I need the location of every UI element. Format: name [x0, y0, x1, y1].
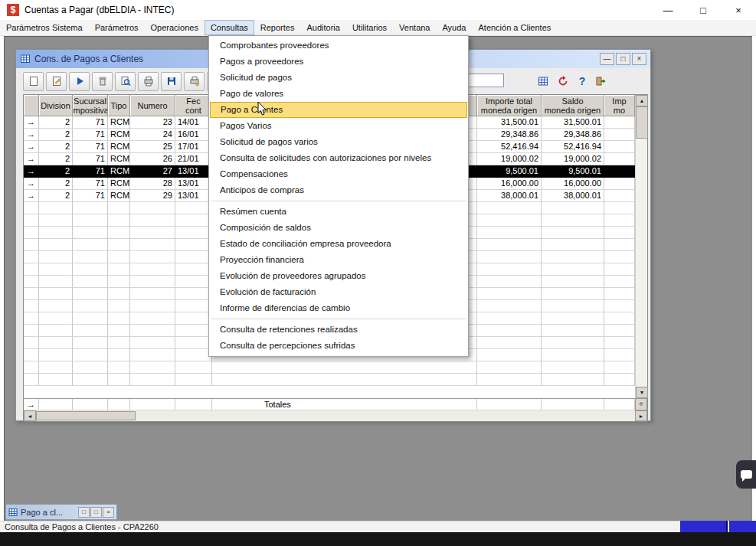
- menu-reportes[interactable]: Reportes: [254, 20, 301, 35]
- menu-auditoria[interactable]: Auditoria: [300, 20, 345, 35]
- minimized-window-pago-a-clientes[interactable]: Pago a cl... □ □ ×: [5, 504, 117, 520]
- header-fecha[interactable]: Feccont: [175, 95, 212, 116]
- menu-item-solicitud-de-pagos[interactable]: Solicitud de pagos: [209, 70, 468, 86]
- cell-sucursal: 71: [73, 153, 108, 165]
- cell-imp: [604, 116, 635, 129]
- menubar: Parámetros Sistema Parámetros Operacione…: [0, 20, 756, 36]
- table-row-empty[interactable]: [24, 374, 635, 386]
- cell-numero: 28: [130, 178, 175, 190]
- min-maximize-button[interactable]: □: [90, 507, 102, 518]
- menu-item-pagos-a-proveedores[interactable]: Pagos a proveedores: [209, 54, 468, 70]
- child-minimize-button[interactable]: —: [600, 53, 614, 65]
- menu-atencion-clientes[interactable]: Atención a Clientes: [472, 20, 557, 35]
- menu-item-consulta-percepciones-sufridas[interactable]: Consulta de percepciones sufridas: [209, 338, 468, 354]
- menu-item-pago-de-valores[interactable]: Pago de valores: [209, 86, 468, 102]
- header-sucursal[interactable]: Sucursalimpositiva: [73, 95, 108, 116]
- print-setup-button[interactable]: [184, 72, 205, 91]
- new-record-button[interactable]: [23, 72, 44, 91]
- magnifier-icon: [119, 75, 132, 87]
- menu-item-resumen-cuenta[interactable]: Resúmen cuenta: [209, 204, 468, 220]
- cell-saldo: 29,348.86: [542, 129, 604, 141]
- child-window-controls: — □ ×: [598, 53, 646, 65]
- cell-sucursal: 71: [73, 141, 108, 153]
- refresh-button[interactable]: [554, 72, 572, 90]
- menu-parametros-sistema[interactable]: Parámetros Sistema: [0, 20, 89, 35]
- menu-parametros[interactable]: Parámetros: [89, 20, 145, 35]
- restore-button[interactable]: □: [686, 0, 721, 20]
- scroll-down-button[interactable]: ▼: [636, 387, 648, 398]
- menu-item-pago-a-clientes[interactable]: Pago a Clientes: [210, 102, 467, 118]
- menu-ayuda[interactable]: Ayuda: [436, 20, 472, 35]
- cell-importe: 16,000.00: [477, 178, 542, 190]
- table-window-icon: [20, 54, 31, 64]
- menu-item-consulta-solicitudes-autorizaciones[interactable]: Consulta de solicitudes con autorizacion…: [209, 150, 468, 166]
- menu-item-estado-conciliacion-empresa-proveedora[interactable]: Estado de conciliación empresa proveedor…: [209, 236, 468, 252]
- cell-numero: 26: [130, 153, 175, 165]
- cell-importe: 38,000.01: [477, 190, 542, 202]
- menu-item-consulta-retenciones-realizadas[interactable]: Consulta de retenciones realizadas: [209, 322, 468, 338]
- menu-utilitarios[interactable]: Utilitarios: [346, 20, 393, 35]
- header-division[interactable]: Division: [39, 95, 73, 116]
- menu-operaciones[interactable]: Operaciones: [145, 20, 205, 35]
- scroll-left-button[interactable]: ◄: [24, 410, 36, 421]
- cell-sucursal: 71: [73, 165, 108, 178]
- horizontal-scroll-thumb[interactable]: [36, 411, 136, 420]
- edit-record-button[interactable]: [46, 72, 67, 91]
- minimize-button[interactable]: —: [650, 0, 686, 20]
- cell-division: 2: [39, 153, 73, 165]
- child-restore-button[interactable]: □: [616, 53, 630, 65]
- cell-saldo: 16,000.00: [542, 178, 604, 190]
- cell-sucursal: 71: [73, 190, 108, 202]
- scroll-right-button[interactable]: ►: [635, 410, 647, 421]
- close-button[interactable]: ×: [721, 0, 756, 20]
- totals-indicator: →: [24, 399, 39, 410]
- consultas-menu: Comprobantes proveedores Pagos a proveed…: [208, 35, 469, 357]
- menu-item-composicion-de-saldos[interactable]: Composición de saldos: [209, 220, 468, 236]
- menu-item-informe-diferencias-cambio[interactable]: Informe de diferencias de cambio: [209, 300, 468, 316]
- save-button[interactable]: [161, 72, 182, 91]
- menu-ventana[interactable]: Ventana: [393, 20, 436, 35]
- table-row-empty[interactable]: [24, 361, 635, 374]
- menu-item-solicitud-de-pagos-varios[interactable]: Solicitud de pagos varios: [209, 134, 468, 150]
- cell-imp: [604, 165, 635, 178]
- run-query-button[interactable]: [69, 72, 90, 91]
- split-box[interactable]: ÷: [635, 398, 647, 410]
- header-saldo[interactable]: Saldomoneda origen: [542, 95, 604, 116]
- cell-numero: 25: [130, 141, 175, 153]
- header-imp[interactable]: Impmo: [604, 95, 635, 116]
- child-close-button[interactable]: ×: [632, 53, 646, 65]
- vertical-scrollbar[interactable]: ▲ ▼: [635, 95, 647, 398]
- header-tipo[interactable]: Tipo: [108, 95, 130, 116]
- exit-button[interactable]: [591, 72, 610, 90]
- cell-tipo: RCM: [108, 141, 130, 153]
- menu-item-anticipos-de-compras[interactable]: Anticipos de compras: [209, 182, 468, 198]
- menu-item-comprobantes-proveedores[interactable]: Comprobantes proveedores: [209, 38, 468, 54]
- cell-tipo: RCM: [108, 165, 130, 178]
- header-numero[interactable]: Numero: [130, 95, 175, 116]
- exit-door-icon: [594, 75, 607, 87]
- menu-item-compensaciones[interactable]: Compensaciones: [209, 166, 468, 182]
- menu-item-proyeccion-financiera[interactable]: Proyección financiera: [209, 252, 468, 268]
- min-close-button[interactable]: ×: [103, 507, 114, 518]
- cell-importe: 29,348.86: [477, 129, 542, 141]
- cell-sucursal: 71: [73, 116, 108, 129]
- min-restore-button[interactable]: □: [78, 507, 90, 518]
- cell-imp: [604, 153, 635, 165]
- header-importe-total[interactable]: Importe totalmoneda origen: [477, 95, 542, 116]
- cell-saldo: 38,000.01: [542, 190, 604, 202]
- chat-overlay-button[interactable]: [736, 460, 756, 489]
- preview-button[interactable]: [115, 72, 136, 91]
- statusbar-panel: [729, 521, 756, 532]
- menu-item-evolucion-proveedores-agrupados[interactable]: Evolución de proveedores agrupados: [209, 268, 468, 284]
- vertical-scroll-thumb[interactable]: [636, 106, 648, 139]
- scroll-up-button[interactable]: ▲: [636, 95, 648, 106]
- menu-item-evolucion-facturacion[interactable]: Evolución de facturación: [209, 284, 468, 300]
- print-button[interactable]: [138, 72, 159, 91]
- grid-view-button[interactable]: [534, 72, 552, 90]
- menu-item-pagos-varios[interactable]: Pagos Varios: [209, 118, 468, 134]
- help-button[interactable]: ?: [573, 72, 591, 90]
- horizontal-scrollbar[interactable]: ◄ ►: [24, 410, 647, 421]
- menu-consultas[interactable]: Consultas: [205, 20, 254, 35]
- delete-record-button[interactable]: [92, 72, 113, 91]
- cell-fecha: 13/01: [175, 190, 212, 202]
